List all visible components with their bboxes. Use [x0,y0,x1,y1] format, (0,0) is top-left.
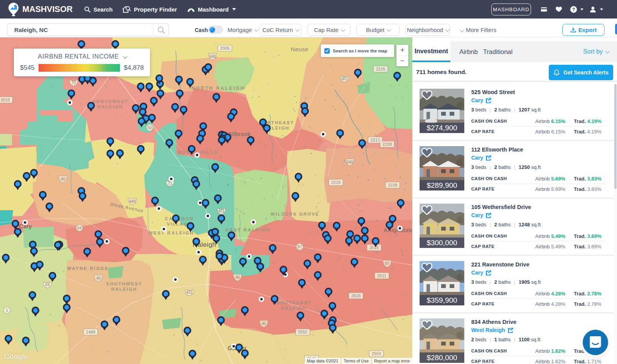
svg-text:54: 54 [77,226,82,230]
svg-text:71: 71 [168,181,172,185]
svg-text:WEST RALEIGH: WEST RALEIGH [148,231,194,235]
svg-text:540: 540 [347,160,353,164]
svg-text:440: 440 [129,199,136,204]
svg-text:401: 401 [218,209,225,213]
svg-text:NORTHWEST: NORTHWEST [92,99,128,104]
svg-text:40: 40 [235,275,240,280]
svg-text:40: 40 [96,276,101,280]
svg-text:401: 401 [186,290,193,295]
svg-text:2228: 2228 [388,183,397,187]
svg-text:SOUTHWEST: SOUTHWEST [106,281,142,286]
svg-text:64: 64 [45,283,50,287]
svg-text:87: 87 [385,261,389,266]
svg-text:40: 40 [261,322,266,326]
svg-text:2228: 2228 [383,142,392,147]
svg-text:2219: 2219 [331,180,341,185]
svg-text:2225: 2225 [376,67,385,71]
svg-text:540: 540 [209,54,216,59]
svg-text:Neuse: Neuse [291,46,308,52]
svg-text:?: ? [572,7,575,12]
svg-text:NORTH RALEIGH: NORTH RALEIGH [192,86,245,91]
svg-text:50: 50 [147,126,152,130]
svg-text:87: 87 [297,245,302,249]
svg-text:70: 70 [71,81,76,85]
svg-text:EAST RALEIGH: EAST RALEIGH [226,228,270,232]
svg-text:RALEIGH: RALEIGH [111,287,137,292]
svg-text:401: 401 [342,77,348,81]
svg-text:WAYNE RIDGE: WAYNE RIDGE [67,266,109,271]
svg-text:2511: 2511 [377,273,386,278]
svg-text:1489: 1489 [86,330,95,334]
svg-text:2005: 2005 [220,46,229,51]
svg-text:RALEIGH: RALEIGH [281,306,307,310]
svg-text:RALEIGH: RALEIGH [97,104,123,109]
svg-text:3015: 3015 [1,98,10,102]
svg-text:2515: 2515 [369,245,379,250]
svg-text:WILDERS GROVE: WILDERS GROVE [271,212,319,216]
svg-text:2550: 2550 [298,330,307,334]
svg-text:40: 40 [61,177,65,181]
svg-text:1: 1 [6,308,8,313]
svg-text:2516: 2516 [351,293,361,298]
svg-text:2553: 2553 [372,351,381,356]
svg-text:SOUTHEAST: SOUTHEAST [276,300,312,305]
svg-text:2217: 2217 [371,138,380,142]
